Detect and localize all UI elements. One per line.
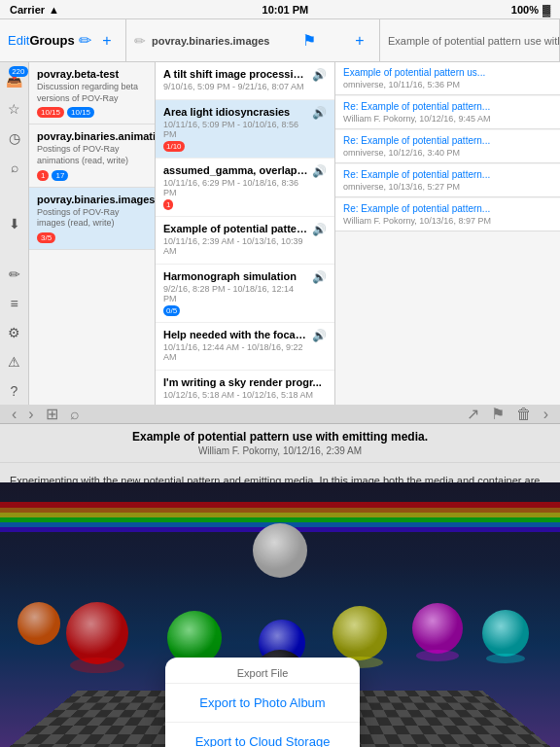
list-item-title: assumed_gamma, overlapping... <box>163 164 308 176</box>
detail-list-item[interactable]: Re: Example of potential pattern... Will… <box>335 96 560 129</box>
warning-sidebar-item[interactable]: ⚠ <box>1 348 28 375</box>
group-name: povray.binaries.animations <box>37 130 147 142</box>
group-badge-blue: 17 <box>52 170 68 181</box>
list-item-badges: 0/5 <box>163 305 308 316</box>
add-nav-icon[interactable]: + <box>96 29 118 53</box>
detail-item-meta: omniverse, 10/11/16, 5:36 PM <box>343 80 552 89</box>
edit-button[interactable]: Edit <box>8 33 29 48</box>
settings-icon: ⚙ <box>8 325 20 340</box>
list-item-focal[interactable]: Help needed with the focal bl... 10/11/1… <box>156 323 334 371</box>
compose-nav-icon[interactable]: ✏ <box>75 29 96 53</box>
filter-sidebar-item[interactable]: ≡ <box>1 290 28 317</box>
list-item-badges: 1/10 <box>163 141 308 152</box>
list-nav-title: povray.binaries.images <box>152 35 269 47</box>
status-bar-right: 100% ▓ <box>511 4 550 16</box>
list-item-title: A tilt shift image processing ef... <box>163 68 308 80</box>
inbox-sidebar-item[interactable]: 📥 220 <box>1 66 28 93</box>
search-sidebar-item[interactable]: ⌕ <box>1 154 28 181</box>
list-item-title: Help needed with the focal bl... <box>163 329 308 340</box>
group-item-animations[interactable]: povray.binaries.animations Postings of P… <box>29 124 155 187</box>
list-item-harmonograph[interactable]: Harmonograph simulation 9/2/16, 8:28 PM … <box>156 265 334 323</box>
export-cloud-storage-button[interactable]: Export to Cloud Storage <box>165 722 360 747</box>
group-badges: 1 17 <box>37 170 147 181</box>
list-badge: 0/5 <box>163 305 180 316</box>
status-bar-left: Carrier ▲ <box>10 4 59 16</box>
star-icon: ☆ <box>8 101 20 117</box>
list-item-title: Area light idiosyncrasies <box>163 106 308 118</box>
speaker-icon: 🔊 <box>312 106 327 120</box>
export-popup: Export File Export to Photo Album Export… <box>165 658 360 747</box>
group-badge-blue: 10/15 <box>67 107 94 118</box>
list-item-date: 9/10/16, 5:09 PM - 9/21/16, 8:07 AM <box>163 82 308 91</box>
help-icon: ? <box>11 383 18 399</box>
group-badge-red: 3/5 <box>37 232 55 243</box>
compose-icon: ✏ <box>9 267 20 282</box>
compose-sidebar-item[interactable]: ✏ <box>1 261 28 288</box>
detail-item-meta: William F. Pokorny, 10/13/16, 8:97 PM <box>343 216 552 226</box>
detail-list-item[interactable]: Re: Example of potential pattern... omni… <box>335 130 560 163</box>
list-item-date: 10/11/16, 6:29 PM - 10/18/16, 8:36 PM <box>163 178 308 197</box>
detail-item-title: Re: Example of potential pattern... <box>343 169 552 180</box>
list-badge: 1 <box>163 199 173 210</box>
detail-item-title: Re: Example of potential pattern... <box>343 101 552 112</box>
top-nav: Edit Groups ✏ + ✏ povray.binaries.images… <box>0 19 560 62</box>
detail-list-item[interactable]: Re: Example of potential pattern... Will… <box>335 198 560 231</box>
detail-item-title: Re: Example of potential pattern... <box>343 203 552 214</box>
detail-nav-title: Example of potential pattern use with... <box>388 35 560 47</box>
group-item-images[interactable]: povray.binaries.images Postings of POV-R… <box>29 188 155 250</box>
clock-sidebar-item[interactable]: ◷ <box>1 124 28 152</box>
list-badge: 1/10 <box>163 141 185 152</box>
download-sidebar-item[interactable]: ⬇ <box>1 210 28 237</box>
groups-column: povray.beta-test Discussion regarding be… <box>29 62 156 405</box>
pencil-nav-icon: ✏ <box>134 33 146 49</box>
list-item[interactable]: A tilt shift image processing ef... 9/10… <box>156 62 334 100</box>
message-viewer: ‹ › ⊞ ⌕ ↗ ⚑ 🗑 › Example of potential pat… <box>0 405 560 747</box>
list-item-gamma[interactable]: assumed_gamma, overlapping... 10/11/16, … <box>156 159 334 217</box>
list-item-title: I'm writing a sky render progr... <box>163 376 327 388</box>
settings-sidebar-item[interactable]: ⚙ <box>1 319 28 346</box>
list-item-date: 10/11/16, 5:09 PM - 10/10/16, 8:56 PM <box>163 120 308 139</box>
list-item-date: 10/11/16, 12:44 AM - 10/18/16, 9:22 AM <box>163 342 308 362</box>
detail-item-meta: omniverse, 10/13/16, 5:27 PM <box>343 182 552 192</box>
group-badges: 3/5 <box>37 232 147 243</box>
list-item-title: Harmonograph simulation <box>163 270 308 282</box>
group-name: povray.binaries.images <box>37 194 147 205</box>
group-item-beta[interactable]: povray.beta-test Discussion regarding be… <box>29 62 155 124</box>
clock-icon: ◷ <box>9 130 20 146</box>
group-desc: Postings of POV-Ray animations (read, wr… <box>37 144 147 166</box>
group-desc: Postings of POV-Ray images (read, write) <box>37 207 147 230</box>
group-desc: Discussion regarding beta versions of PO… <box>37 82 147 104</box>
export-photo-album-button[interactable]: Export to Photo Album <box>165 683 360 722</box>
detail-item-meta: omniverse, 10/12/16, 3:40 PM <box>343 148 552 158</box>
speaker-icon: 🔊 <box>312 164 327 178</box>
detail-column: Example of potential pattern us... omniv… <box>335 62 560 405</box>
search-icon: ⌕ <box>11 160 18 175</box>
detail-list-item[interactable]: Re: Example of potential pattern... omni… <box>335 164 560 197</box>
help-sidebar-item[interactable]: ? <box>1 377 28 405</box>
list-item-sky[interactable]: I'm writing a sky render progr... 10/12/… <box>156 371 334 405</box>
list-nav-panel: ✏ povray.binaries.images ⚑ + <box>126 19 380 61</box>
download-icon: ⬇ <box>9 216 20 231</box>
groups-nav-panel: Edit Groups ✏ + <box>0 19 126 61</box>
add-list-icon[interactable]: + <box>348 29 371 53</box>
detail-item-title: Re: Example of potential pattern... <box>343 135 552 146</box>
group-badge-red: 1 <box>37 170 49 181</box>
list-item-date: 10/12/16, 5:18 AM - 10/12/16, 5:18 AM <box>163 390 327 400</box>
list-column: A tilt shift image processing ef... 9/10… <box>156 62 335 405</box>
list-item-title: Example of potential pattern us... <box>163 223 308 234</box>
inbox-badge: 220 <box>9 66 27 77</box>
list-item-area-light[interactable]: Area light idiosyncrasies 10/11/16, 5:09… <box>156 100 334 159</box>
warning-icon: ⚠ <box>8 354 20 370</box>
flag-nav-icon[interactable]: ⚑ <box>298 29 321 53</box>
content-area: 📥 220 ☆ ◷ ⌕ ⬇ ✏ ≡ ⚙ <box>0 62 560 405</box>
speaker-icon: 🔊 <box>312 223 327 236</box>
group-badge-red: 10/15 <box>37 107 64 118</box>
detail-item-meta: William F. Pokorny, 10/12/16, 9:45 AM <box>343 114 552 124</box>
detail-list-item[interactable]: Example of potential pattern us... omniv… <box>335 62 560 95</box>
list-item-example[interactable]: Example of potential pattern us... 10/11… <box>156 217 334 265</box>
app-container: Edit Groups ✏ + ✏ povray.binaries.images… <box>0 19 560 747</box>
star-sidebar-item[interactable]: ☆ <box>1 95 28 123</box>
list-item-date: 9/2/16, 8:28 PM - 10/18/16, 12:14 PM <box>163 284 308 303</box>
group-badges: 10/15 10/15 <box>37 107 147 118</box>
detail-nav-panel: Example of potential pattern use with... <box>380 19 560 61</box>
